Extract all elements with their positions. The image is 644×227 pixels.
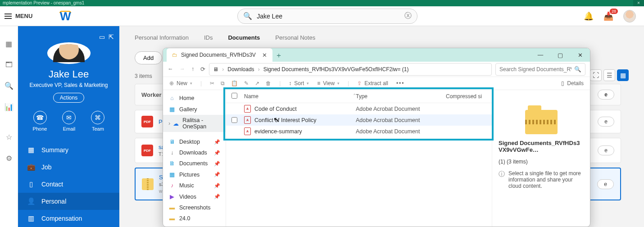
explorer-tab[interactable]: 🗀 Signed Documents_RVfHDs3V ✕ (167, 48, 272, 62)
contact-team[interactable]: ⌘Team (91, 111, 104, 132)
nav-summary[interactable]: ▦Summary (18, 141, 119, 159)
share-icon[interactable]: ↗ (255, 80, 259, 86)
more-icon[interactable]: ••• (396, 80, 405, 86)
row-checkbox[interactable] (231, 117, 237, 123)
extract-button[interactable]: ⇪Extract all (357, 80, 388, 86)
pdf-file-icon: A (244, 105, 251, 113)
profile-photo[interactable] (47, 42, 91, 64)
inbox-icon[interactable]: 📥28 (603, 11, 613, 21)
sort-button[interactable]: ↕Sort▾ (289, 80, 309, 86)
rail-favorites-icon[interactable]: ☆ (6, 133, 12, 141)
info-icon: ⓘ (499, 170, 505, 189)
tab-ids[interactable]: IDs (204, 34, 213, 41)
rail-analytics-icon[interactable]: 📊 (5, 103, 14, 111)
folder-icon: ▶ (168, 193, 176, 200)
menu-button[interactable]: MENU (5, 13, 32, 19)
sidebar-item-screenshots[interactable]: ▬Screenshots (163, 202, 226, 213)
clear-search-icon[interactable]: ⓧ (404, 11, 412, 21)
contact-email[interactable]: ✉Email (62, 111, 76, 132)
view-button[interactable]: ≡View▾ (317, 80, 340, 86)
sidebar-item-documents[interactable]: 🗎Documents📌 (163, 158, 226, 169)
new-button[interactable]: ⊕New▾ (169, 80, 192, 86)
sidebar-item-videos[interactable]: ▶Videos📌 (163, 191, 226, 202)
pdf-icon: PDF (141, 116, 153, 127)
pill-action[interactable]: e (598, 90, 614, 100)
breadcrumb[interactable]: 🖥› Downloads› Signed Documents_RVfHDs3VX… (209, 63, 492, 76)
pin-icon: 📌 (214, 161, 220, 167)
explorer-search[interactable]: 🔍 (495, 63, 585, 76)
id-badge-icon[interactable]: ▭ (99, 33, 105, 41)
close-tab-icon[interactable]: ✕ (262, 52, 267, 59)
phone-icon: ☎ (33, 111, 47, 124)
minimize-button[interactable]: — (531, 48, 550, 62)
pill-action[interactable]: e (598, 145, 614, 155)
details-toggle[interactable]: ▯Details (561, 80, 584, 86)
folder-icon: 🖥 (168, 139, 176, 145)
rename-icon[interactable]: ✎ (244, 80, 249, 86)
sidebar-item-gallery[interactable]: ▦Gallery (163, 104, 226, 115)
explorer-search-input[interactable] (499, 66, 571, 73)
tab-personal-notes[interactable]: Personal Notes (275, 34, 315, 41)
new-tab-button[interactable]: ＋ (272, 49, 285, 62)
rail-profile-icon[interactable]: 🗔 (5, 61, 13, 69)
nav-refresh-icon[interactable]: ⟳ (200, 66, 205, 73)
paste-icon[interactable]: 📋 (231, 80, 238, 86)
notifications-icon[interactable]: 🔔 (584, 11, 594, 21)
actions-button[interactable]: Actions (53, 93, 84, 103)
view-grid-icon[interactable]: ▦ (617, 69, 629, 81)
inbox-badge: 28 (610, 9, 618, 14)
pill-action[interactable]: e (597, 179, 614, 189)
nav-up-icon[interactable]: ↑ (191, 66, 194, 73)
sidebar-item-home[interactable]: ⌂Home (163, 93, 226, 104)
delete-icon[interactable]: 🗑 (266, 80, 271, 86)
user-avatar[interactable] (623, 10, 636, 23)
close-window-button[interactable]: ✕ (570, 48, 590, 62)
folder-icon: ☁ (173, 120, 179, 127)
hamburger-icon (5, 14, 12, 19)
view-expand-icon[interactable]: ⛶ (590, 69, 602, 81)
nav-job[interactable]: 💼Job (18, 159, 119, 176)
nav-contact[interactable]: ▯Contact (18, 176, 119, 193)
copy-icon[interactable]: ⧉ (221, 80, 225, 86)
nav-personal[interactable]: 👤Personal (18, 193, 119, 210)
search-icon: 🔍 (574, 66, 581, 73)
folder-icon: ♪ (168, 182, 176, 189)
expand-icon[interactable]: ⇱ (109, 33, 114, 41)
select-all-checkbox[interactable] (231, 93, 237, 99)
tab-personal-info[interactable]: Personal Information (135, 34, 189, 41)
sidebar-item-music[interactable]: ♪Music📌 (163, 180, 226, 191)
file-row[interactable]: ACode of ConductAdobe Acrobat Document (226, 103, 492, 114)
search-input[interactable] (257, 13, 400, 20)
column-headers[interactable]: Name˄ Type Compressed si (226, 90, 492, 103)
pill-action[interactable]: e (598, 117, 614, 127)
details-subtitle: (1) (3 items) (499, 159, 528, 165)
extract-icon: ⇪ (357, 80, 362, 86)
team-icon: ⌘ (91, 111, 104, 124)
file-row[interactable]: AConflict of Interest PolicyAdobe Acroba… (226, 114, 492, 126)
sidebar-item-downloads[interactable]: ↓Downloads📌 (163, 147, 226, 158)
rail-search-icon[interactable]: 🔍 (5, 82, 14, 90)
left-rail: ▦ 🗔 🔍 📊 ☆ ⚙ (0, 26, 18, 227)
sidebar-item-ralitsa-onespan[interactable]: ☁Ralitsa - OneSpan (163, 115, 226, 132)
tab-documents[interactable]: Documents (228, 34, 260, 41)
nav-compensation[interactable]: ▥Compensation (18, 210, 119, 227)
maximize-button[interactable]: ▢ (550, 48, 570, 62)
sidebar-item-desktop[interactable]: 🖥Desktop📌 (163, 136, 226, 147)
view-list-icon[interactable]: ☰ (603, 69, 615, 81)
sidebar-item-24-0[interactable]: ▬24.0 (163, 213, 226, 224)
global-search[interactable]: 🔍 ⓧ (237, 9, 417, 24)
sidebar-item-pictures[interactable]: ▦Pictures📌 (163, 169, 226, 180)
file-row[interactable]: Aevidence-summaryAdobe Acrobat Document (226, 126, 492, 137)
rail-apps-icon[interactable]: ▦ (5, 40, 12, 48)
job-icon: 💼 (27, 163, 35, 171)
add-button[interactable]: Add (135, 51, 162, 64)
nav-back-icon[interactable]: ← (168, 66, 173, 73)
titlebar-close-button[interactable]: × (633, 0, 644, 6)
folder-icon: ▬ (168, 204, 176, 211)
nav-forward-icon[interactable]: → (180, 66, 186, 73)
rail-settings-icon[interactable]: ⚙ (6, 154, 12, 163)
profile-name: Jake Lee (49, 68, 89, 80)
cut-icon[interactable]: ✂ (210, 80, 214, 86)
workday-logo[interactable]: W (59, 11, 71, 21)
contact-phone[interactable]: ☎Phone (33, 111, 47, 132)
